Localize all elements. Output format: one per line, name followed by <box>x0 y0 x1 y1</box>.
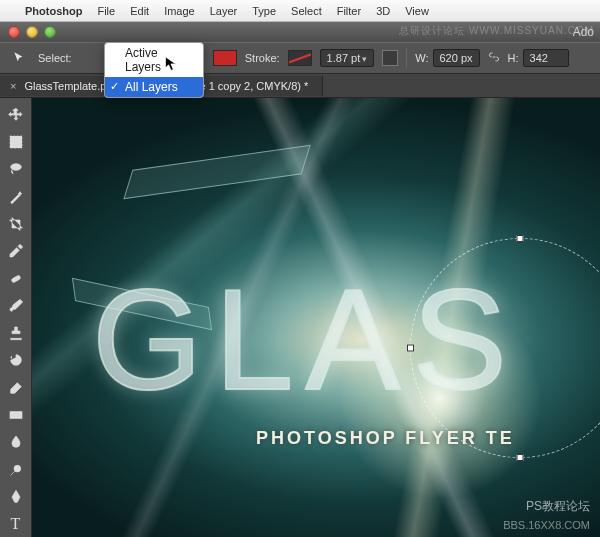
fill-swatch[interactable] <box>213 50 237 66</box>
dropdown-item-all-layers[interactable]: All Layers <box>105 77 203 97</box>
eyedropper-tool-icon[interactable] <box>3 239 29 264</box>
eraser-tool-icon[interactable] <box>3 375 29 400</box>
menu-type[interactable]: Type <box>252 5 276 17</box>
tab-close-icon[interactable]: × <box>10 80 16 92</box>
path-selection-icon[interactable] <box>8 47 30 69</box>
blur-tool-icon[interactable] <box>3 430 29 455</box>
svg-point-4 <box>14 465 21 472</box>
menu-3d[interactable]: 3D <box>376 5 390 17</box>
svg-rect-2 <box>10 274 20 282</box>
menu-image[interactable]: Image <box>164 5 195 17</box>
type-tool-icon[interactable]: T <box>3 512 29 537</box>
link-wh-icon[interactable] <box>488 51 500 65</box>
options-bar: Select: Fill: Stroke: 1.87 pt▾ W: 620 px… <box>0 42 600 74</box>
width-input[interactable]: 620 px <box>433 49 480 67</box>
pen-tool-icon[interactable] <box>3 484 29 509</box>
separator <box>406 48 407 68</box>
height-label: H: <box>508 52 519 64</box>
watermark-bottom-1: PS教程论坛 <box>526 498 590 515</box>
window-maximize-button[interactable] <box>44 26 56 38</box>
stroke-swatch[interactable] <box>288 50 312 66</box>
healing-tool-icon[interactable] <box>3 266 29 291</box>
crop-tool-icon[interactable] <box>3 211 29 236</box>
gradient-tool-icon[interactable] <box>3 402 29 427</box>
stroke-width-input[interactable]: 1.87 pt▾ <box>320 49 375 67</box>
move-tool-icon[interactable] <box>3 102 29 127</box>
document-tab-bar: × GlassTemplate.psd @ 65.6% (Ellipse 1 c… <box>0 74 600 98</box>
marquee-tool-icon[interactable] <box>3 129 29 154</box>
history-brush-tool-icon[interactable] <box>3 348 29 373</box>
glass-shard <box>123 145 310 200</box>
cursor-icon <box>164 56 178 74</box>
transform-handle[interactable] <box>517 454 524 461</box>
menu-edit[interactable]: Edit <box>130 5 149 17</box>
select-scope-dropdown[interactable]: Active Layers All Layers <box>104 42 204 98</box>
transform-handle[interactable] <box>517 235 524 242</box>
stamp-tool-icon[interactable] <box>3 321 29 346</box>
svg-rect-3 <box>10 412 22 419</box>
menu-layer[interactable]: Layer <box>210 5 238 17</box>
menu-filter[interactable]: Filter <box>337 5 361 17</box>
svg-point-1 <box>10 164 21 171</box>
menu-select[interactable]: Select <box>291 5 322 17</box>
tools-panel: T <box>0 98 32 537</box>
dropdown-item-active-layers[interactable]: Active Layers <box>105 43 203 77</box>
menu-app[interactable]: Photoshop <box>25 5 82 17</box>
select-label: Select: <box>38 52 72 64</box>
watermark-top: 总研设计论坛 WWW.MISSYUAN.COM <box>399 24 594 38</box>
wand-tool-icon[interactable] <box>3 184 29 209</box>
dodge-tool-icon[interactable] <box>3 457 29 482</box>
svg-rect-0 <box>10 136 22 148</box>
window-minimize-button[interactable] <box>26 26 38 38</box>
stroke-style-dropdown[interactable] <box>382 50 398 66</box>
menu-view[interactable]: View <box>405 5 429 17</box>
lasso-tool-icon[interactable] <box>3 157 29 182</box>
height-input[interactable]: 342 <box>523 49 569 67</box>
menu-file[interactable]: File <box>97 5 115 17</box>
stroke-label: Stroke: <box>245 52 280 64</box>
transform-handle[interactable] <box>407 345 414 352</box>
watermark-bottom-2: BBS.16XX8.COM <box>503 519 590 531</box>
width-label: W: <box>415 52 428 64</box>
brush-tool-icon[interactable] <box>3 293 29 318</box>
workspace: T GLAS PHOTOSHOP FLYER TE <box>0 98 600 537</box>
document-canvas[interactable]: GLAS PHOTOSHOP FLYER TE <box>32 98 600 537</box>
window-close-button[interactable] <box>8 26 20 38</box>
mac-menubar: Photoshop File Edit Image Layer Type Sel… <box>0 0 600 22</box>
